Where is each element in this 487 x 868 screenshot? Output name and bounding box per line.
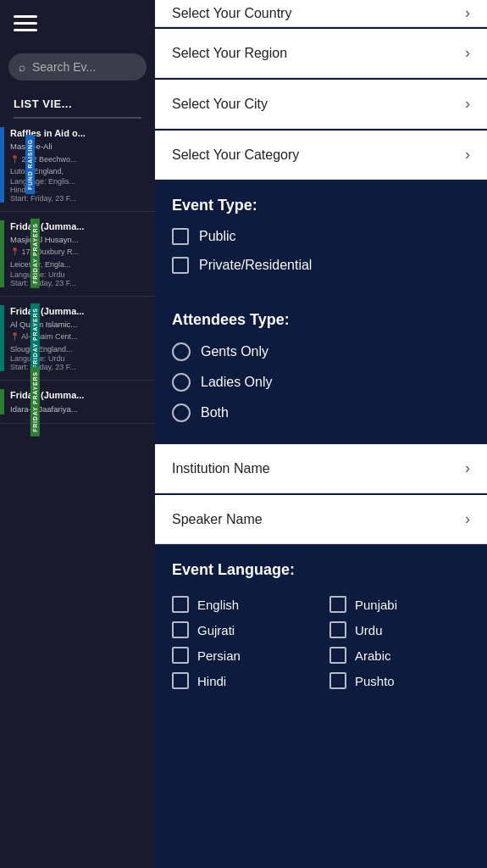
- institution-name-label: Institution Name: [172, 461, 270, 476]
- event-type-title: Event Type:: [172, 197, 470, 214]
- event-card-3[interactable]: FRIDAY PRAYERS Friday (Jumma... Al Quaim…: [0, 297, 155, 381]
- arabic-label: Arabic: [355, 648, 391, 663]
- private-checkbox[interactable]: [172, 257, 189, 274]
- event-type-public-row[interactable]: Public: [172, 228, 470, 245]
- arabic-checkbox[interactable]: [329, 647, 346, 664]
- search-icon: ⌕: [19, 60, 25, 74]
- lang-arabic-item[interactable]: Arabic: [329, 647, 470, 664]
- event-content-3: Friday (Jumma... Al Quaim Islamic... 📍 A…: [0, 305, 155, 372]
- lang-persian-item[interactable]: Persian: [172, 647, 313, 664]
- attendees-type-section: Attendees Type: Gents Only Ladies Only B…: [155, 294, 487, 442]
- gujrati-label: Gujrati: [197, 623, 235, 637]
- english-label: English: [197, 598, 239, 612]
- event-content-4: Friday (Jumma... Idara-e-Jaafariya...: [0, 389, 155, 415]
- both-radio[interactable]: [172, 403, 191, 422]
- public-label: Public: [199, 229, 236, 244]
- ladies-label: Ladies Only: [201, 375, 273, 390]
- select-country-row[interactable]: Select Your Country ›: [155, 0, 487, 27]
- event-tag-3: FRIDAY PRAYERS: [30, 303, 40, 373]
- select-category-label: Select Your Category: [172, 147, 299, 163]
- select-city-row[interactable]: Select Your City ›: [155, 80, 487, 129]
- gents-label: Gents Only: [201, 344, 268, 359]
- language-grid: English Punjabi Gujrati Urdu Persian Ara…: [155, 596, 487, 706]
- hindi-checkbox[interactable]: [172, 672, 189, 689]
- event-tag-4: FRIDAY PRAYERS: [30, 367, 40, 437]
- punjabi-checkbox[interactable]: [329, 596, 346, 613]
- lang-pushto-item[interactable]: Pushto: [329, 672, 470, 689]
- event-start-1: Start: Friday, 23 F...: [10, 194, 148, 203]
- hamburger-menu[interactable]: [0, 0, 155, 47]
- select-city-label: Select Your City: [172, 97, 268, 112]
- pushto-checkbox[interactable]: [329, 672, 346, 689]
- select-region-row[interactable]: Select Your Region ›: [155, 29, 487, 78]
- attendees-ladies-row[interactable]: Ladies Only: [172, 373, 470, 392]
- event-tag-2: FRIDAY PRAYERS: [30, 219, 40, 288]
- lang-english-item[interactable]: English: [172, 596, 313, 613]
- search-input-label: Search Ev...: [32, 60, 96, 74]
- select-city-arrow: ›: [465, 95, 470, 113]
- lang-urdu-item[interactable]: Urdu: [329, 621, 470, 638]
- attendees-type-title: Attendees Type:: [172, 311, 470, 329]
- both-label: Both: [201, 405, 229, 420]
- gents-radio[interactable]: [172, 342, 191, 361]
- select-country-label: Select Your Country: [172, 6, 291, 21]
- private-label: Private/Residential: [199, 258, 312, 273]
- filter-panel: Select Your Country › Select Your Region…: [155, 0, 487, 868]
- event-bar-1: [0, 127, 4, 203]
- list-view-label: LIST VIE...: [0, 87, 155, 117]
- left-panel: ⌕ Search Ev... LIST VIE... FUND RAISING …: [0, 0, 155, 868]
- select-region-arrow: ›: [465, 44, 470, 62]
- select-country-arrow: ›: [465, 4, 470, 22]
- ladies-radio[interactable]: [172, 373, 191, 392]
- event-content-2: Friday (Jumma... Masjid Al Husayn... 📍 1…: [0, 220, 155, 287]
- persian-checkbox[interactable]: [172, 647, 189, 664]
- event-tag-1: FUND RAISING: [25, 135, 35, 194]
- hamburger-line-3: [14, 29, 37, 31]
- lang-hindi-item[interactable]: Hindi: [172, 672, 313, 689]
- attendees-both-row[interactable]: Both: [172, 403, 470, 422]
- pushto-label: Pushto: [355, 674, 395, 688]
- gujrati-checkbox[interactable]: [172, 621, 189, 638]
- lang-punjabi-item[interactable]: Punjabi: [329, 596, 470, 613]
- urdu-label: Urdu: [355, 623, 383, 637]
- search-box[interactable]: ⌕ Search Ev...: [8, 53, 147, 81]
- event-type-section: Event Type: Public Private/Residential: [155, 180, 487, 294]
- persian-label: Persian: [197, 648, 241, 663]
- lang-gujrati-item[interactable]: Gujrati: [172, 621, 313, 638]
- attendees-gents-row[interactable]: Gents Only: [172, 342, 470, 361]
- event-bar-4: [0, 389, 4, 415]
- event-bar-2: [0, 220, 4, 287]
- institution-name-arrow: ›: [465, 459, 470, 477]
- event-card-2[interactable]: FRIDAY PRAYERS Friday (Jumma... Masjid A…: [0, 212, 155, 297]
- institution-name-row[interactable]: Institution Name ›: [155, 444, 487, 493]
- hindi-label: Hindi: [197, 674, 226, 688]
- event-card-1[interactable]: FUND RAISING Raffles in Aid o... Masjid-…: [0, 119, 155, 212]
- speaker-name-arrow: ›: [465, 510, 470, 528]
- select-region-label: Select Your Region: [172, 46, 287, 61]
- english-checkbox[interactable]: [172, 596, 189, 613]
- speaker-name-row[interactable]: Speaker Name ›: [155, 495, 487, 544]
- select-category-row[interactable]: Select Your Category ›: [155, 131, 487, 180]
- event-type-private-row[interactable]: Private/Residential: [172, 257, 470, 274]
- urdu-checkbox[interactable]: [329, 621, 346, 638]
- public-checkbox[interactable]: [172, 228, 189, 245]
- speaker-name-label: Speaker Name: [172, 512, 263, 527]
- hamburger-line-1: [14, 15, 37, 18]
- event-language-title: Event Language:: [172, 561, 470, 579]
- hamburger-line-2: [14, 22, 37, 25]
- event-card-4[interactable]: FRIDAY PRAYERS Friday (Jumma... Idara-e-…: [0, 381, 155, 424]
- event-bar-3: [0, 305, 4, 372]
- punjabi-label: Punjabi: [355, 598, 397, 612]
- select-category-arrow: ›: [465, 146, 470, 164]
- event-language-section: Event Language:: [155, 544, 487, 596]
